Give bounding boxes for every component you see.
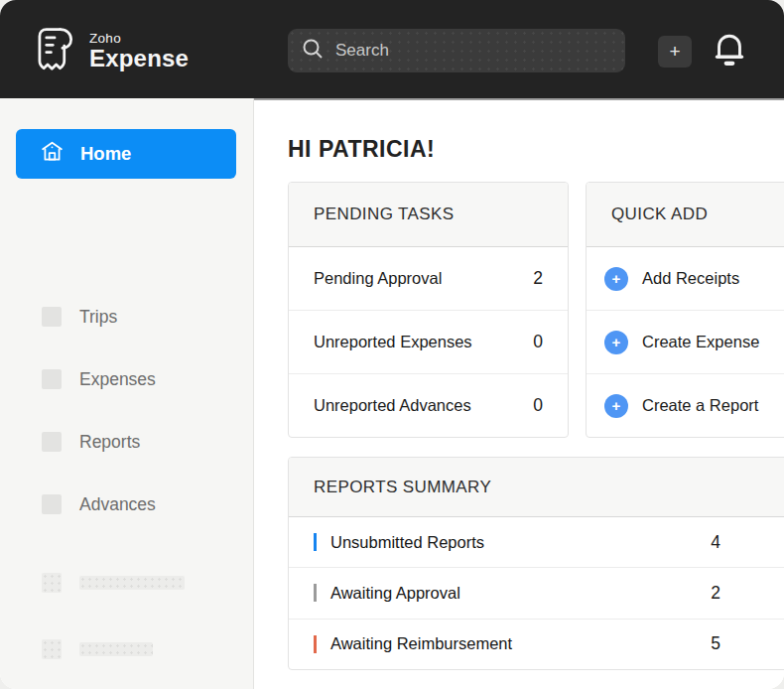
receipt-logo-icon: [33, 24, 78, 77]
sidebar-skeleton-item: [42, 639, 153, 659]
status-color-bar: [314, 533, 317, 551]
plus-circle-icon: +: [604, 331, 628, 354]
quick-create-button[interactable]: +: [658, 36, 692, 68]
plus-circle-icon: +: [604, 267, 628, 291]
row-value: 4: [711, 532, 720, 553]
plus-circle-icon: +: [604, 394, 628, 418]
row-label: Unreported Expenses: [314, 333, 472, 351]
brand-expense: Expense: [89, 46, 189, 71]
awaiting-approval-row[interactable]: Awaiting Approval 2: [289, 567, 784, 618]
search-bar[interactable]: [288, 29, 625, 72]
main-content: HI PATRICIA! PENDING TASKS Pending Appro…: [254, 98, 784, 689]
skeleton-icon: [42, 573, 62, 593]
page-greeting: HI PATRICIA!: [288, 136, 435, 163]
row-label: Unreported Advances: [314, 396, 471, 415]
advances-placeholder-icon: [42, 494, 62, 514]
row-value: 2: [533, 268, 543, 289]
row-label: Awaiting Approval: [330, 584, 711, 603]
quick-add-label: Create a Report: [642, 396, 758, 415]
row-value: 0: [533, 332, 543, 352]
skeleton-label: [79, 642, 153, 656]
create-expense-button[interactable]: + Create Expense: [587, 310, 784, 373]
row-value: 5: [711, 633, 720, 654]
unreported-expenses-row[interactable]: Unreported Expenses 0: [289, 310, 568, 373]
add-receipts-button[interactable]: + Add Receipts: [587, 247, 784, 310]
row-value: 0: [533, 395, 543, 416]
reports-summary-card: REPORTS SUMMARY Unsubmitted Reports 4 Aw…: [288, 457, 784, 670]
sidebar-item-reports[interactable]: Reports: [16, 427, 236, 457]
status-color-bar: [314, 584, 317, 602]
pending-tasks-title: PENDING TASKS: [289, 183, 568, 247]
app-window: Zoho Expense +: [0, 0, 784, 689]
sidebar-item-label: Trips: [79, 307, 117, 328]
quick-add-label: Create Expense: [642, 333, 759, 351]
search-icon: [302, 38, 324, 64]
brand-zoho: Zoho: [89, 31, 189, 46]
top-bar: Zoho Expense +: [0, 0, 784, 98]
sidebar-item-label: Home: [80, 143, 131, 165]
skeleton-icon: [42, 639, 62, 659]
create-report-button[interactable]: + Create a Report: [587, 373, 784, 437]
pending-approval-row[interactable]: Pending Approval 2: [289, 247, 568, 310]
row-label: Pending Approval: [314, 269, 442, 288]
sidebar-skeleton-item: [42, 573, 185, 593]
trips-placeholder-icon: [42, 307, 62, 327]
home-icon: [40, 139, 80, 169]
reports-placeholder-icon: [42, 432, 62, 452]
quick-add-card: QUICK ADD + Add Receipts + Create Expens…: [586, 182, 784, 438]
sidebar: Home Trips Expenses Reports Advances: [0, 98, 254, 689]
sidebar-item-label: Advances: [79, 494, 156, 515]
zoho-expense-logo[interactable]: Zoho Expense: [33, 24, 189, 77]
sidebar-item-advances[interactable]: Advances: [16, 489, 236, 519]
notifications-bell-button[interactable]: [711, 30, 748, 71]
bell-icon: [713, 58, 746, 72]
reports-summary-title: REPORTS SUMMARY: [289, 458, 784, 517]
row-label: Unsubmitted Reports: [330, 533, 711, 552]
unsubmitted-reports-row[interactable]: Unsubmitted Reports 4: [289, 517, 784, 567]
sidebar-item-expenses[interactable]: Expenses: [16, 364, 236, 394]
row-value: 2: [711, 583, 720, 604]
search-input[interactable]: [335, 41, 611, 61]
sidebar-item-trips[interactable]: Trips: [16, 302, 236, 332]
awaiting-reimbursement-row[interactable]: Awaiting Reimbursement 5: [289, 619, 784, 669]
row-label: Awaiting Reimbursement: [330, 634, 711, 653]
pending-tasks-card: PENDING TASKS Pending Approval 2 Unrepor…: [288, 182, 569, 438]
quick-add-title: QUICK ADD: [587, 183, 784, 247]
sidebar-item-home[interactable]: Home: [16, 129, 236, 179]
brand-text: Zoho Expense: [89, 31, 189, 71]
skeleton-label: [79, 576, 185, 590]
sidebar-item-label: Expenses: [79, 369, 156, 390]
unreported-advances-row[interactable]: Unreported Advances 0: [289, 373, 568, 437]
expenses-placeholder-icon: [42, 369, 62, 389]
status-color-bar: [314, 635, 317, 653]
sidebar-item-label: Reports: [79, 432, 140, 453]
quick-add-label: Add Receipts: [642, 269, 739, 288]
